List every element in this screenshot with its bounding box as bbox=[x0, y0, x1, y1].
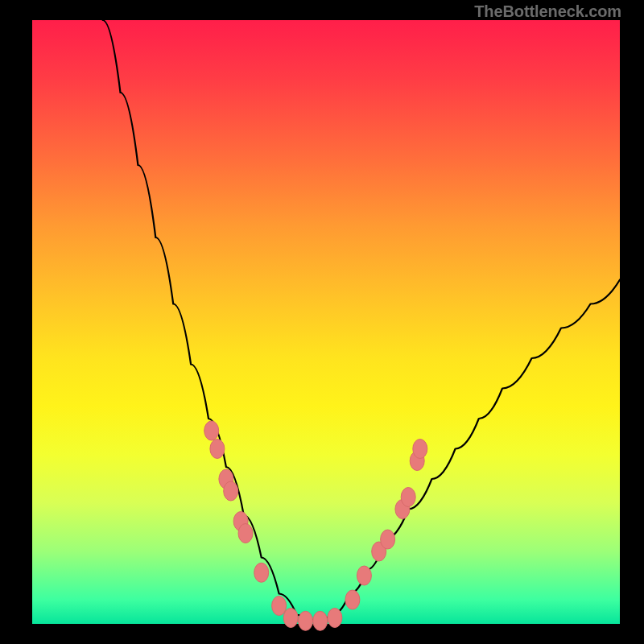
data-marker bbox=[238, 524, 253, 543]
data-marker bbox=[401, 488, 415, 507]
data-marker bbox=[381, 530, 395, 549]
data-marker bbox=[254, 563, 269, 582]
data-marker bbox=[299, 611, 313, 630]
data-marker bbox=[328, 609, 342, 628]
data-marker bbox=[357, 566, 371, 585]
data-marker bbox=[204, 421, 219, 440]
bottleneck-curve bbox=[103, 20, 620, 621]
data-marker bbox=[313, 611, 328, 630]
data-marker bbox=[283, 609, 298, 628]
chart-frame: TheBottleneck.com bbox=[0, 0, 644, 644]
data-marker bbox=[272, 597, 287, 616]
chart-overlay bbox=[32, 20, 620, 624]
data-marker bbox=[210, 440, 225, 459]
data-marker bbox=[224, 481, 238, 501]
data-marker bbox=[413, 440, 427, 459]
data-marker bbox=[345, 590, 360, 609]
data-markers bbox=[204, 421, 427, 630]
attribution-text: TheBottleneck.com bbox=[474, 2, 621, 21]
